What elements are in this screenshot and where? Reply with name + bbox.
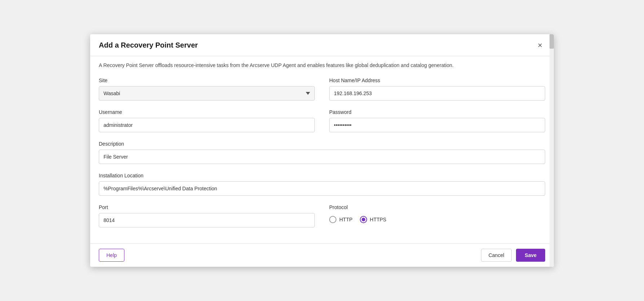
scrollbar-track[interactable]	[550, 34, 554, 267]
dialog-description: A Recovery Point Server offloads resourc…	[99, 62, 545, 69]
footer-right-buttons: Cancel Save	[481, 249, 545, 262]
dialog-title: Add a Recovery Point Server	[99, 41, 198, 49]
protocol-options: HTTP HTTPS	[329, 216, 545, 223]
http-option[interactable]: HTTP	[329, 216, 353, 223]
close-button[interactable]: ×	[535, 40, 545, 51]
protocol-label: Protocol	[329, 204, 545, 210]
http-label: HTTP	[339, 217, 353, 222]
installation-input[interactable]	[99, 181, 545, 196]
description-label: Description	[99, 141, 545, 147]
form-row-user-pass: Username Password	[99, 109, 545, 132]
port-label: Port	[99, 204, 315, 210]
form-row-port-protocol: Port Protocol HTTP HTTPS	[99, 204, 545, 227]
username-input[interactable]	[99, 118, 315, 132]
add-recovery-point-dialog: Add a Recovery Point Server × A Recovery…	[90, 34, 554, 267]
dialog-header: Add a Recovery Point Server ×	[90, 34, 554, 56]
password-label: Password	[329, 109, 545, 115]
scrollbar-thumb[interactable]	[550, 34, 554, 49]
form-group-port: Port	[99, 204, 315, 227]
https-radio[interactable]	[360, 216, 367, 223]
save-button[interactable]: Save	[516, 249, 545, 262]
port-input[interactable]	[99, 213, 315, 227]
password-input[interactable]	[329, 118, 545, 132]
site-label: Site	[99, 78, 315, 83]
http-radio[interactable]	[329, 216, 336, 223]
host-input[interactable]	[329, 86, 545, 101]
installation-label: Installation Location	[99, 173, 545, 178]
form-group-password: Password	[329, 109, 545, 132]
form-group-site: Site Wasabi	[99, 78, 315, 101]
form-group-description: Description	[99, 141, 545, 164]
https-option[interactable]: HTTPS	[360, 216, 387, 223]
description-input[interactable]	[99, 150, 545, 164]
cancel-button[interactable]: Cancel	[481, 249, 512, 262]
form-group-username: Username	[99, 109, 315, 132]
form-row-site-host: Site Wasabi Host Name/IP Address	[99, 78, 545, 101]
dialog-footer: Help Cancel Save	[90, 243, 554, 267]
username-label: Username	[99, 109, 315, 115]
form-group-protocol: Protocol HTTP HTTPS	[329, 204, 545, 227]
form-group-installation: Installation Location	[99, 173, 545, 196]
form-group-host: Host Name/IP Address	[329, 78, 545, 101]
form-row-description: Description	[99, 141, 545, 164]
https-label: HTTPS	[370, 217, 387, 222]
form-row-installation: Installation Location	[99, 173, 545, 196]
host-label: Host Name/IP Address	[329, 78, 545, 83]
help-button[interactable]: Help	[99, 249, 124, 262]
site-select[interactable]: Wasabi	[99, 86, 315, 101]
dialog-body: A Recovery Point Server offloads resourc…	[90, 56, 554, 244]
